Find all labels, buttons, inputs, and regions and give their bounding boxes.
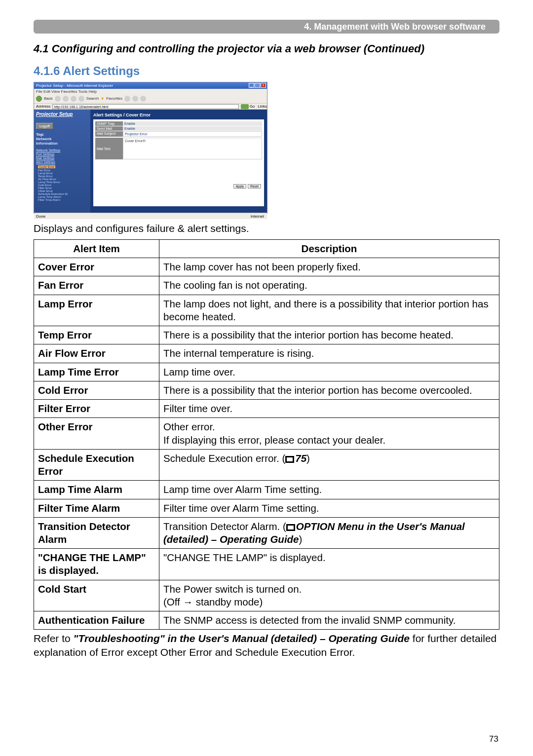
snmp-trap-value[interactable]: Enable <box>123 121 262 126</box>
search-label[interactable]: Search <box>86 94 99 103</box>
alert-item-cell: Other Error <box>34 418 159 449</box>
links-label[interactable]: Links <box>258 103 267 110</box>
table-row: Lamp Time ErrorLamp time over. <box>34 363 499 381</box>
address-input[interactable]: http://192.168.1.10/admin/alert.html <box>52 104 238 109</box>
logoff-button[interactable]: Logoff <box>36 123 53 129</box>
description-cell: The cooling fan is not operating. <box>159 276 499 295</box>
footer-manual-ref: "Troubleshooting" in the User's Manual (… <box>74 633 410 644</box>
mailsubject-input[interactable]: Projector Error <box>123 131 262 137</box>
table-row: Air Flow ErrorThe internal temperature i… <box>34 344 499 363</box>
alert-item-cell: Transition Detector Alarm <box>34 517 159 548</box>
mailtext-input[interactable]: Cover Error!!! <box>123 138 262 159</box>
sidebar-link-alert-settings[interactable]: Alert Settings <box>36 160 88 164</box>
table-row: Cold ErrorThere is a possibility that th… <box>34 381 499 399</box>
history-icon[interactable] <box>124 96 130 102</box>
table-row: "CHANGE THE LAMP" is displayed."CHANGE T… <box>34 549 499 580</box>
alert-item-cell: Lamp Time Alarm <box>34 481 159 499</box>
go-button[interactable] <box>241 104 249 109</box>
description-cell: The lamp does not light, and there is a … <box>159 295 499 326</box>
description-cell: There is a possibility that the interior… <box>159 381 499 399</box>
description-cell: Schedule Execution error. (75) <box>159 449 499 480</box>
table-row: Filter ErrorFilter time over. <box>34 400 499 418</box>
description-cell: Filter time over. <box>159 400 499 418</box>
alert-item-cell: "CHANGE THE LAMP" is displayed. <box>34 549 159 580</box>
sidebar-top[interactable]: Top: <box>36 132 88 137</box>
alert-item-cell: Fan Error <box>34 276 159 295</box>
table-row: Other ErrorOther error.If displaying thi… <box>34 418 499 449</box>
address-label: Address <box>36 103 50 110</box>
description-cell: Other error.If displaying this error, pl… <box>159 418 499 449</box>
sidebar-sub-filtertime-alarm[interactable]: Filter Time Alarm <box>38 198 88 201</box>
sidebar-link-network-settings[interactable]: Network Settings <box>36 149 88 152</box>
toolbar: Back Search ★ Favorites <box>34 94 267 103</box>
refresh-icon[interactable] <box>71 96 76 102</box>
alert-item-cell: Lamp Time Error <box>34 363 159 381</box>
maximize-icon[interactable]: □ <box>255 83 260 88</box>
address-bar: Address http://192.168.1.10/admin/alert.… <box>34 103 267 110</box>
go-label[interactable]: Go <box>250 103 255 110</box>
alert-item-cell: Temp Error <box>34 326 159 344</box>
page-number: 73 <box>489 734 498 744</box>
mail-icon[interactable] <box>132 96 138 102</box>
footer-prefix: Refer to <box>34 633 74 644</box>
sidebar-sub-cover-error[interactable]: Cover Error <box>38 165 55 168</box>
section-header-bar: 4. Management with Web browser software <box>34 20 499 34</box>
favorites-star-icon[interactable]: ★ <box>101 94 104 103</box>
description-cell: The internal temperature is rising. <box>159 344 499 363</box>
sendmail-value[interactable]: Enable <box>123 126 262 131</box>
status-text: Done <box>36 214 45 219</box>
table-row: Lamp Time AlarmLamp time over Alarm Time… <box>34 481 499 499</box>
page-ref: 75 <box>295 453 306 464</box>
table-row: Fan ErrorThe cooling fan is not operatin… <box>34 276 499 295</box>
table-row: Lamp ErrorThe lamp does not light, and t… <box>34 295 499 326</box>
table-row: Cover ErrorThe lamp cover has not been p… <box>34 258 499 276</box>
back-icon[interactable] <box>36 96 42 102</box>
browser-screenshot: Projector Setup - Microsoft Internet Exp… <box>34 82 267 214</box>
print-icon[interactable] <box>140 96 146 102</box>
description-cell: Lamp time over Alarm Time setting. <box>159 481 499 499</box>
alert-item-cell: Cold Error <box>34 381 159 399</box>
favorites-label[interactable]: Favorites <box>106 94 122 103</box>
sidebar-link-mail-settings[interactable]: Mail Settings <box>36 156 88 160</box>
th-alert-item: Alert Item <box>34 240 159 258</box>
minimize-icon[interactable]: _ <box>249 83 254 88</box>
reset-button[interactable]: Reset <box>248 184 261 189</box>
sidebar-heading: Projector Setup <box>36 112 88 117</box>
window-titlebar: Projector Setup - Microsoft Internet Exp… <box>34 82 267 89</box>
stop-icon[interactable] <box>63 96 69 102</box>
close-icon[interactable]: × <box>261 83 266 88</box>
sidebar-link-port-settings[interactable]: Port Settings <box>36 152 88 156</box>
mailtext-label: Mail Text <box>95 138 123 159</box>
description-cell: Transition Detector Alarm. (OPTION Menu … <box>159 517 499 548</box>
sidebar-information[interactable]: Information <box>36 141 88 146</box>
table-row: Transition Detector AlarmTransition Dete… <box>34 517 499 548</box>
description-cell: The Power switch is turned on.(Off → sta… <box>159 580 499 611</box>
home-icon[interactable] <box>78 96 84 102</box>
alert-item-cell: Air Flow Error <box>34 344 159 363</box>
alert-item-cell: Cover Error <box>34 258 159 276</box>
menu-bar[interactable]: File Edit View Favorites Tools Help <box>34 89 267 94</box>
apply-button[interactable]: Apply <box>233 184 246 189</box>
description-cell: The SNMP access is detected from the inv… <box>159 611 499 630</box>
description-cell: "CHANGE THE LAMP" is displayed. <box>159 549 499 580</box>
subsection-title: 4.1.6 Alert Settings <box>34 64 499 78</box>
description-cell: Filter time over Alarm Time setting. <box>159 499 499 517</box>
manual-ref-text: OPTION Menu in the User's Manual (detail… <box>163 521 465 545</box>
forward-icon[interactable] <box>55 96 61 102</box>
table-row: Temp ErrorThere is a possibility that th… <box>34 326 499 344</box>
panel-title: Alert Settings / Cover Error <box>90 110 267 119</box>
alert-item-cell: Lamp Error <box>34 295 159 326</box>
alert-item-cell: Filter Time Alarm <box>34 499 159 517</box>
intro-text: Displays and configures failure & alert … <box>34 223 499 234</box>
sidebar-network[interactable]: Network <box>36 137 88 141</box>
table-row: Filter Time AlarmFilter time over Alarm … <box>34 499 499 517</box>
main-panel: Alert Settings / Cover Error SNMP TrapEn… <box>90 110 267 213</box>
table-row: Authentication FailureThe SNMP access is… <box>34 611 499 630</box>
description-cell: There is a possibility that the interior… <box>159 326 499 344</box>
table-row: Cold StartThe Power switch is turned on.… <box>34 580 499 611</box>
back-label[interactable]: Back <box>44 94 53 103</box>
status-zone: Internet <box>251 213 264 220</box>
alert-item-cell: Cold Start <box>34 580 159 611</box>
section-header-text: 4. Management with Web browser software <box>304 22 486 32</box>
snmp-trap-label: SNMP Trap <box>95 121 123 126</box>
